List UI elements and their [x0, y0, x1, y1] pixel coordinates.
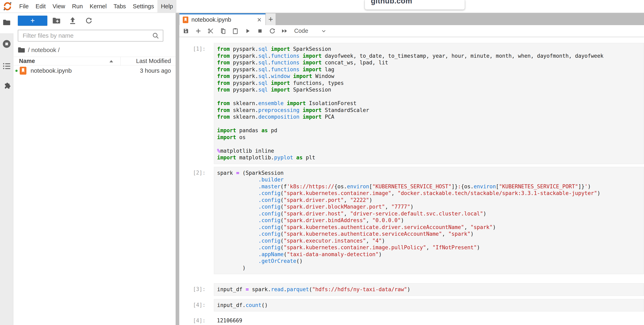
sidebar-tab-running[interactable]	[0, 39, 13, 49]
running-indicator-dot	[16, 70, 18, 72]
cell-prompt: [4]:	[179, 315, 208, 324]
list-icon	[2, 62, 11, 70]
menu-kernel[interactable]: Kernel	[86, 0, 110, 13]
code-cell: [1]:from pyspark.sql import SparkSession…	[179, 43, 644, 164]
save-button[interactable]	[182, 28, 190, 35]
cell-prompt: [1]:	[179, 43, 208, 53]
code-cell: [2]:spark = (SparkSession .builder .mast…	[179, 167, 644, 274]
sidebar-tab-filebrowser[interactable]	[0, 19, 13, 26]
sidebar-tab-toc[interactable]	[0, 62, 13, 70]
app-logo-icon	[3, 2, 12, 11]
folder-icon	[3, 19, 10, 26]
menu-settings[interactable]: Settings	[129, 0, 158, 13]
menu-help[interactable]: Help	[158, 0, 176, 13]
column-header-name[interactable]: Name	[19, 58, 35, 64]
tab-title: notebook.ipynb	[192, 17, 231, 23]
run-cell-button[interactable]	[244, 28, 251, 35]
restart-kernel-button[interactable]	[269, 28, 276, 35]
dock-tab-bar: notebook.ipynb × +	[179, 13, 644, 25]
new-tab-button[interactable]: +	[266, 13, 276, 25]
cell-prompt: [4]:	[179, 299, 208, 308]
column-header-modified[interactable]: Last Modified	[136, 58, 171, 64]
filter-placeholder: Filter files by name	[23, 32, 152, 39]
restart-icon	[269, 28, 276, 34]
cell-editor[interactable]: input_df.count()	[214, 299, 644, 312]
notebook-file-icon	[182, 16, 188, 24]
new-launcher-button[interactable]: +	[18, 16, 47, 26]
upload-button[interactable]	[68, 17, 77, 25]
cut-cells-button[interactable]	[207, 28, 214, 35]
breadcrumb-path: / notebook /	[28, 47, 60, 54]
filter-files-input[interactable]: Filter files by name	[18, 30, 163, 42]
sort-ascending-icon	[110, 60, 113, 62]
refresh-icon	[85, 17, 92, 24]
menu-items: FileEditViewRunKernelTabsSettingsHelp	[16, 0, 176, 13]
browser-popup: github.com	[364, 0, 465, 10]
notebook-file-icon	[20, 66, 27, 75]
stop-icon	[257, 28, 263, 34]
refresh-button[interactable]	[85, 17, 93, 25]
new-folder-icon	[52, 17, 60, 24]
breadcrumb[interactable]: / notebook /	[18, 45, 60, 55]
save-icon	[183, 28, 189, 34]
chevron-down-icon[interactable]	[321, 28, 327, 34]
notebook-cells: [1]:from pyspark.sql import SparkSession…	[179, 37, 644, 325]
menu-file[interactable]: File	[16, 0, 32, 13]
interrupt-kernel-button[interactable]	[256, 28, 264, 35]
file-name: notebook.ipynb	[30, 67, 72, 74]
file-row[interactable]: notebook.ipynb 3 hours ago	[14, 66, 176, 76]
restart-run-all-button[interactable]	[281, 28, 288, 35]
add-cell-button[interactable]	[195, 28, 202, 35]
notebook-toolbar: Code	[179, 25, 644, 37]
panel-splitter[interactable]	[176, 13, 179, 325]
search-icon	[152, 32, 159, 39]
copy-icon	[220, 28, 226, 34]
menu-tabs[interactable]: Tabs	[110, 0, 129, 13]
file-modified: 3 hours ago	[140, 68, 171, 74]
menu-view[interactable]: View	[49, 0, 68, 13]
cut-icon	[208, 28, 214, 34]
code-cell: [3]:input_df = spark.read.parquet("hdfs:…	[179, 283, 644, 296]
menu-bar: FileEditViewRunKernelTabsSettingsHelp	[0, 0, 644, 13]
sidebar-tab-extensions[interactable]	[0, 82, 13, 91]
output-text: 12106669	[214, 315, 644, 325]
notebook-panel: notebook.ipynb × +	[179, 13, 644, 325]
cell-prompt: [2]:	[179, 167, 208, 176]
output-area: [4]:12106669	[179, 315, 644, 325]
run-icon	[244, 28, 251, 34]
cell-editor[interactable]: from pyspark.sql import SparkSessionfrom…	[214, 43, 644, 164]
add-icon	[195, 28, 202, 34]
cell-prompt: [3]:	[179, 283, 208, 293]
tab-notebook[interactable]: notebook.ipynb ×	[180, 13, 266, 25]
cell-editor[interactable]: input_df = spark.read.parquet("hdfs://hd…	[214, 283, 644, 296]
code-cell: [4]:input_df.count()	[179, 299, 644, 312]
upload-icon	[69, 17, 76, 25]
close-icon[interactable]: ×	[257, 16, 262, 24]
menu-edit[interactable]: Edit	[32, 0, 49, 13]
puzzle-icon	[2, 82, 11, 91]
paste-icon	[232, 28, 238, 34]
home-folder-icon	[18, 47, 25, 53]
new-folder-button[interactable]	[52, 17, 60, 25]
menu-run[interactable]: Run	[68, 0, 86, 13]
cell-type-select[interactable]: Code	[294, 28, 308, 34]
jupyterlab-window: FileEditViewRunKernelTabsSettingsHelp gi…	[0, 0, 644, 325]
file-list-header: Name Last Modified	[14, 57, 176, 65]
paste-cells-button[interactable]	[232, 28, 239, 35]
run-all-icon	[281, 28, 288, 34]
activity-bar	[0, 13, 13, 325]
file-browser: + Filter files by name	[14, 13, 176, 325]
copy-cells-button[interactable]	[220, 28, 226, 35]
popup-text: github.com	[371, 0, 465, 5]
cell-editor[interactable]: spark = (SparkSession .builder .master(f…	[214, 167, 644, 274]
stop-circle-icon	[2, 39, 11, 49]
